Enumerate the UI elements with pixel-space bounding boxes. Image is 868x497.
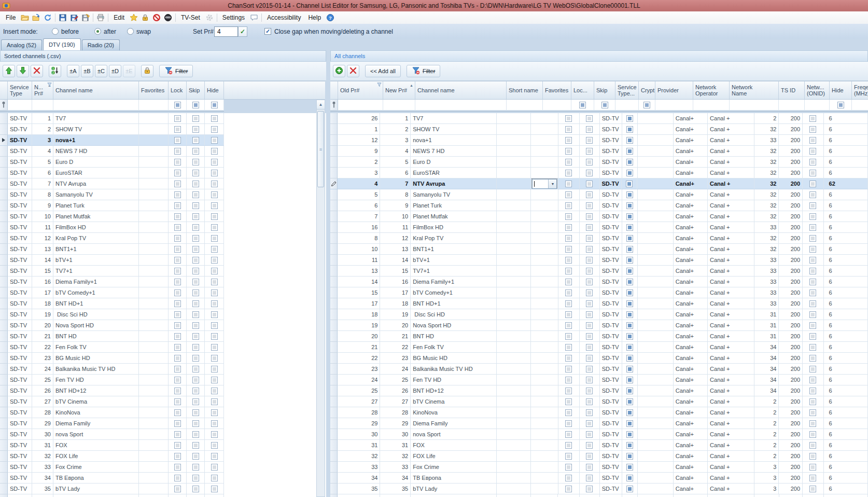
insert-mode-radio-before[interactable]: before — [52, 28, 79, 35]
skip-checkbox[interactable] — [192, 377, 199, 383]
table-row[interactable]: 47NTV Avrupa▼SD-TVCanal+Canal +3220062 — [330, 178, 868, 189]
table-row[interactable]: 1819 Disc Sci HDSD-TVCanal+Canal +312006 — [330, 309, 868, 320]
column-header-frequency[interactable]: Freqenc (MHz) — [852, 81, 868, 99]
hide-checkbox[interactable] — [809, 388, 816, 394]
save-as-icon[interactable] — [68, 12, 80, 23]
lock-checkbox[interactable] — [565, 366, 572, 372]
skip-checkbox[interactable] — [586, 442, 593, 449]
hide-checkbox[interactable] — [211, 344, 218, 351]
lock-checkbox[interactable] — [565, 388, 572, 394]
hide-checkbox[interactable] — [211, 202, 218, 209]
save-icon[interactable] — [57, 12, 68, 23]
filter-cell-favorites[interactable] — [139, 100, 169, 111]
skip-checkbox[interactable] — [586, 388, 593, 394]
lock-checkbox[interactable] — [174, 170, 181, 176]
lock-checkbox[interactable] — [565, 279, 572, 285]
skip-checkbox[interactable] — [586, 126, 593, 133]
lock-checkbox[interactable] — [174, 257, 181, 264]
skip-checkbox[interactable] — [192, 191, 199, 198]
skip-checkbox[interactable] — [586, 213, 593, 220]
apply-pr-button[interactable]: ✓ — [238, 26, 247, 37]
skip-checkbox[interactable] — [192, 475, 199, 481]
column-header-lock[interactable]: Lock — [169, 81, 187, 99]
table-row[interactable]: SD-TV27bTV Cinema — [0, 396, 326, 407]
filter-cell-short-name[interactable] — [507, 100, 543, 111]
table-row[interactable]: SD-TV32FOX Life — [0, 451, 326, 462]
skip-checkbox[interactable] — [586, 366, 593, 372]
skip-checkbox[interactable] — [192, 289, 199, 296]
skip-checkbox[interactable] — [586, 322, 593, 329]
hide-checkbox[interactable] — [211, 300, 218, 307]
skip-checkbox[interactable] — [586, 355, 593, 362]
skip-checkbox[interactable] — [192, 170, 199, 176]
table-row[interactable]: 3030nova SportSD-TVCanal+Canal +22006 — [330, 429, 868, 440]
lock-checkbox[interactable] — [174, 279, 181, 285]
lock-icon[interactable] — [139, 12, 151, 23]
skip-checkbox[interactable] — [192, 431, 199, 438]
filter-cell-ts-id[interactable] — [779, 100, 805, 111]
hide-checkbox[interactable] — [809, 279, 816, 285]
hide-checkbox[interactable] — [809, 355, 816, 362]
hide-checkbox[interactable] — [809, 300, 816, 307]
table-row[interactable]: SD-TV1TV7 — [0, 113, 326, 124]
crypt-checkbox[interactable] — [626, 431, 633, 438]
hide-checkbox[interactable] — [809, 159, 816, 165]
hide-checkbox[interactable] — [809, 170, 816, 176]
table-row[interactable]: 2929Diema FamilySD-TVCanal+Canal +22006 — [330, 418, 868, 429]
hide-checkbox[interactable] — [809, 213, 816, 220]
skip-checkbox[interactable] — [192, 311, 199, 318]
hide-checkbox[interactable] — [809, 137, 816, 144]
filter-cell-lock[interactable] — [169, 100, 187, 111]
lock-checkbox[interactable] — [565, 486, 572, 492]
skip-checkbox[interactable] — [192, 246, 199, 253]
table-row[interactable]: 1920Nova Sport HDSD-TVCanal+Canal +31200… — [330, 320, 868, 331]
skip-checkbox[interactable] — [586, 409, 593, 416]
feedback-icon[interactable] — [248, 12, 260, 23]
table-row[interactable]: SD-TV18BNT HD+1 — [0, 298, 326, 309]
skip-checkbox[interactable] — [586, 257, 593, 264]
table-row[interactable]: 812Kral Pop TVSD-TVCanal+Canal +322006 — [330, 233, 868, 244]
tv-settings-icon[interactable] — [204, 12, 215, 23]
lock-checkbox[interactable] — [565, 475, 572, 481]
hide-checkbox[interactable] — [211, 409, 218, 416]
hide-checkbox[interactable] — [211, 224, 218, 231]
save-reference-icon[interactable] — [80, 12, 91, 23]
lock-checkbox[interactable] — [174, 235, 181, 242]
skip-checkbox[interactable] — [192, 126, 199, 133]
hide-checkbox[interactable] — [809, 377, 816, 383]
menu-tv-set[interactable]: TV-Set — [177, 12, 204, 23]
skip-checkbox[interactable] — [192, 159, 199, 165]
lock-checkbox[interactable] — [565, 202, 572, 209]
column-header-lock[interactable]: Loc... — [571, 81, 594, 99]
skip-checkbox[interactable] — [586, 333, 593, 340]
lock-checkbox[interactable] — [565, 148, 572, 155]
table-row[interactable]: SD-TV24Balkanika Music TV HD — [0, 364, 326, 375]
hide-checkbox[interactable] — [809, 344, 816, 351]
crypt-checkbox[interactable] — [626, 420, 633, 427]
lock-checkbox[interactable] — [565, 311, 572, 318]
table-row[interactable]: 3535bTV LadySD-TVCanal+Canal +32006 — [330, 484, 868, 494]
lock-checkbox[interactable] — [565, 235, 572, 242]
hide-checkbox[interactable] — [809, 453, 816, 460]
skip-checkbox[interactable] — [586, 289, 593, 296]
lock-checkbox[interactable] — [565, 442, 572, 449]
auto-filter-row[interactable] — [330, 100, 868, 111]
table-row[interactable]: 2526BNT HD+12SD-TVCanal+Canal +342006 — [330, 385, 868, 396]
print-icon[interactable] — [95, 12, 106, 23]
lock-checkbox[interactable] — [174, 377, 181, 383]
hide-checkbox[interactable] — [809, 257, 816, 264]
table-row[interactable]: 2425Fen TV HDSD-TVCanal+Canal +342006 — [330, 375, 868, 385]
hide-checkbox[interactable] — [211, 366, 218, 372]
table-row[interactable]: 2727bTV CinemaSD-TVCanal+Canal +22006 — [330, 396, 868, 407]
filter-cell-hide[interactable] — [205, 100, 224, 111]
table-row[interactable]: SD-TV16Diema Family+1 — [0, 277, 326, 287]
hide-checkbox[interactable] — [211, 464, 218, 471]
hide-checkbox[interactable] — [211, 355, 218, 362]
insert-mode-radio-after[interactable]: after — [94, 28, 116, 35]
skip-checkbox[interactable] — [586, 159, 593, 165]
skip-checkbox[interactable] — [192, 453, 199, 460]
crypt-checkbox[interactable] — [626, 170, 633, 176]
column-header-favorites[interactable]: Favorites — [139, 81, 169, 99]
skip-checkbox[interactable] — [192, 464, 199, 471]
filter-cell-new-pr[interactable] — [32, 100, 53, 111]
